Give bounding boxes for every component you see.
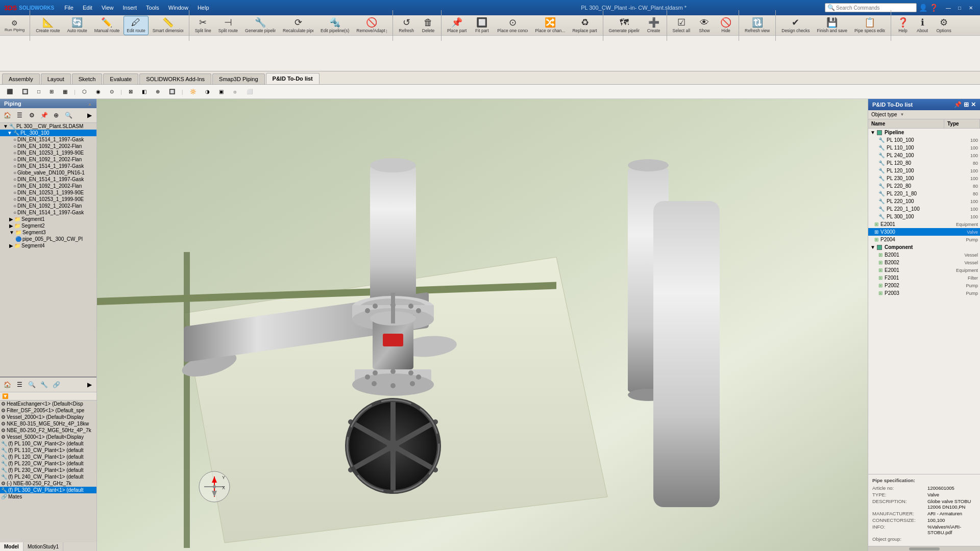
panel-icon-5[interactable]: ⊕ [51, 110, 62, 121]
filter-item[interactable]: ⚙ Filter_DSF_2005<1> (Default_spe [0, 407, 96, 414]
tree-din10[interactable]: ○ DIN_EN_1092_1_2002-Flan [0, 203, 96, 209]
model-tab[interactable]: Model [0, 542, 23, 551]
place-concentric-btn[interactable]: ⊙ Place one concentric reducer [494, 16, 531, 35]
search-bar[interactable]: 🔍 [825, 3, 917, 12]
menu-insert[interactable]: Insert [119, 4, 141, 12]
edit-pipeline-btn[interactable]: 🔩 Edit pipeline(s) [317, 16, 352, 35]
nbe-250-item[interactable]: ⚙ (-) NBE-80-250_F2_GHz_7k [0, 480, 96, 487]
component-checkbox[interactable] [877, 245, 882, 250]
auto-route-btn[interactable]: 🔄 Auto route [64, 16, 90, 35]
tab-evaluate[interactable]: Evaluate [103, 73, 138, 84]
pid-pl120-80[interactable]: 🔧 PL 120_80 80 [868, 159, 980, 167]
smart-dimension-btn[interactable]: 📏 Smart dimension [150, 16, 186, 35]
pl230-item[interactable]: 🔧 (f) PL 230_CW_Plant<1> (default [0, 467, 96, 473]
tree-din5[interactable]: ○ DIN_EN_1514_1_1997-Gask [0, 163, 96, 169]
filter-dropdown-icon[interactable]: ▼ [900, 112, 904, 117]
pl300-item[interactable]: 🔧 (f) PL 300_CW_Plant<1> (default [0, 487, 96, 493]
panel-icon-3[interactable]: ⚙ [26, 110, 37, 121]
tree-din3[interactable]: ○ DIN_EN_10253_1_1999-90E [0, 149, 96, 156]
view-btn-14[interactable]: ◑ [202, 87, 213, 96]
pid-comp-e2001[interactable]: ⊞ E2001 Equipment [868, 266, 980, 274]
menu-tools[interactable]: Tools [142, 4, 163, 12]
menu-help[interactable]: Help [193, 4, 213, 12]
pid-pl220-80[interactable]: 🔧 PL 220_80 80 [868, 182, 980, 190]
view-btn-9[interactable]: ⊠ [125, 87, 136, 96]
refresh-view-btn[interactable]: 🔃 Refresh view [742, 16, 773, 35]
panel-icon-4[interactable]: 📌 [38, 110, 50, 121]
tree-din4[interactable]: ○ DIN_EN_1092_1_2002-Flan [0, 156, 96, 163]
tree-din7[interactable]: ○ DIN_EN_1092_1_2002-Flan [0, 183, 96, 189]
mates-item[interactable]: 🔗 Mates [0, 493, 96, 500]
assem-icon-2[interactable]: ☰ [14, 379, 25, 390]
tree-din11[interactable]: ○ DIN_EN_1514_1_1997-Gask [0, 209, 96, 216]
pid-b2002[interactable]: ⊞ B2002 Vessel [868, 259, 980, 266]
pid-p2002[interactable]: ⊞ P2002 Pump [868, 282, 980, 289]
pipe-specs-btn[interactable]: 📋 Pipe specs editor [851, 16, 888, 35]
place-part-btn[interactable]: 📌 Place part [444, 16, 470, 35]
view-btn-3[interactable]: □ [34, 87, 44, 96]
view-btn-6[interactable]: ⬡ [79, 87, 90, 96]
tab-sketch[interactable]: Sketch [72, 73, 103, 84]
tree-seg3[interactable]: ▼ 📁 Segment3 [0, 229, 96, 236]
select-all-btn[interactable]: ☑ Select all [670, 16, 694, 35]
assem-expand-btn[interactable]: ▶ [84, 379, 95, 390]
view-btn-17[interactable]: ⬜ [243, 87, 256, 96]
menu-file[interactable]: File [60, 4, 78, 12]
pid-pl300[interactable]: 🔧 PL 300_100 100 [868, 213, 980, 220]
generate-pipelines-btn[interactable]: 🔧 Generate pipeline(s) [242, 16, 279, 35]
tree-globe[interactable]: ○ Globe_valve_DN100_PN16-1 [0, 169, 96, 176]
split-line-btn[interactable]: ✂ Split line [192, 16, 214, 35]
view-btn-2[interactable]: 🔲 [18, 87, 32, 96]
maximize-button[interactable]: □ [954, 4, 965, 12]
view-btn-7[interactable]: ◉ [92, 87, 104, 96]
tab-layout[interactable]: Layout [41, 73, 71, 84]
menu-window[interactable]: Window [164, 4, 192, 12]
pid-scrollbar[interactable] [909, 547, 940, 550]
vessel2000-item[interactable]: ⚙ Vessel_2000<1> (Default<Display [0, 414, 96, 420]
tab-pid[interactable]: P&ID To-Do list [266, 73, 320, 84]
options-btn[interactable]: ⚙ Options [933, 16, 955, 35]
delete-btn[interactable]: 🗑 Delete [418, 16, 438, 35]
pl220-item[interactable]: 🔧 (f) PL 220_CW_Plant<1> (default [0, 460, 96, 467]
view-btn-4[interactable]: ⊞ [46, 87, 57, 96]
tree-seg1[interactable]: ▶ 📁 Segment1 [0, 216, 96, 222]
edit-route-btn[interactable]: 🖊 Edit route [124, 16, 148, 35]
pid-p2004[interactable]: ⊞ P2004 Pump [868, 236, 980, 243]
finish-save-btn[interactable]: 💾 Finish and save [814, 16, 851, 35]
tree-root[interactable]: ▼ 🔧 PL 300__CW_Plant.SLDASM [0, 123, 96, 130]
pid-b2001[interactable]: ⊞ B2001 Vessel [868, 251, 980, 259]
search-input[interactable] [836, 5, 902, 11]
3d-viewport[interactable]: Y X [97, 99, 868, 551]
tree-din9[interactable]: ○ DIN_EN_10253_1_1999-90E [0, 196, 96, 203]
menu-view[interactable]: View [97, 4, 118, 12]
tree-din8[interactable]: ○ DIN_EN_10253_1_1999-90E [0, 189, 96, 196]
pl120-item[interactable]: 🔧 (f) PL 120_CW_Plant<1> (default [0, 454, 96, 460]
tab-smap3d[interactable]: Smap3D Piping [212, 73, 264, 84]
view-btn-13[interactable]: 🔆 [186, 87, 200, 96]
pl110-item[interactable]: 🔧 (f) PL 110_CW_Plant<1> (default [0, 447, 96, 454]
pid-pl110[interactable]: 🔧 PL 110_100 100 [868, 144, 980, 152]
create-route-btn[interactable]: 📐 Create route [33, 16, 63, 35]
pid-pl220-100[interactable]: 🔧 PL 220_100 100 [868, 197, 980, 205]
about-btn[interactable]: ℹ About [913, 16, 932, 35]
menu-edit[interactable]: Edit [79, 4, 96, 12]
run-piping-btn[interactable]: ⚙ Run Piping [2, 17, 27, 34]
pid-pin-icon[interactable]: 📌 [954, 101, 962, 108]
nbe-item[interactable]: ⚙ NBE_80-250_F2_MGE_50Hz_4P_7k [0, 427, 96, 434]
help-icon[interactable]: ❓ [929, 4, 938, 12]
assem-icon-3[interactable]: 🔍 [26, 379, 37, 390]
heatexchanger-item[interactable]: ⚙ HeatExchanger<1> (Default<Disp [0, 400, 96, 407]
tab-addins[interactable]: SOLIDWORKS Add-Ins [139, 73, 211, 84]
nke-item[interactable]: ⚙ NKE_80-315_MGE_50Hz_4P_18kw [0, 420, 96, 427]
pid-pl100[interactable]: 🔧 PL 100_100 100 [868, 136, 980, 144]
pid-e2001[interactable]: ⊞ E2001 Equipment [868, 220, 980, 228]
pid-pl230[interactable]: 🔧 PL 230_100 100 [868, 174, 980, 182]
pid-f2001[interactable]: ⊞ F2001 Filter [868, 274, 980, 282]
tree-seg4[interactable]: ▶ 📁 Segment4 [0, 242, 96, 249]
motion-study-tab[interactable]: MotionStudy1 [23, 542, 63, 551]
pid-expand-icon[interactable]: ⊞ [964, 101, 969, 108]
close-button[interactable]: ✕ [966, 4, 976, 12]
panel-icon-6[interactable]: 🔍 [63, 110, 74, 121]
design-checks-btn[interactable]: ✔ Design checks [778, 16, 813, 35]
tree-din1[interactable]: ○ DIN_EN_1514_1_1997-Gask [0, 136, 96, 143]
